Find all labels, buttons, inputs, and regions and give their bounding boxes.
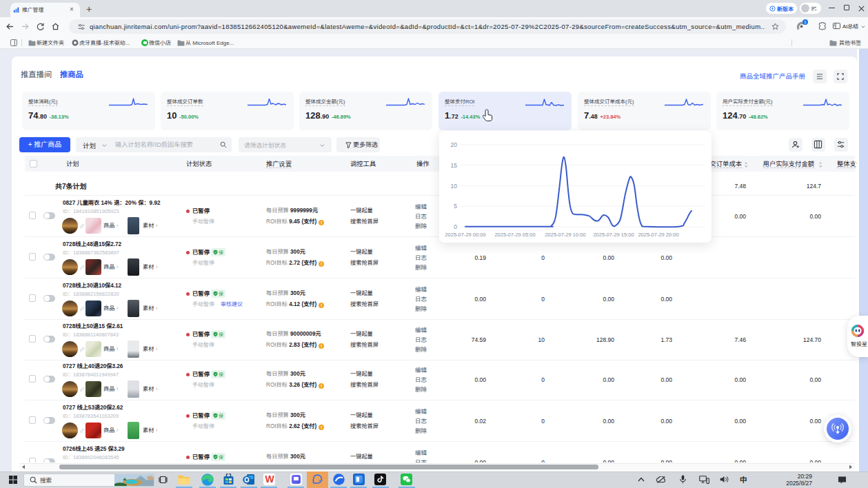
svg-text:2025-07-29 00:00: 2025-07-29 00:00: [445, 232, 485, 238]
svg-text:5: 5: [454, 203, 457, 210]
svg-text:20: 20: [451, 141, 458, 148]
svg-text:2025-07-29 05:00: 2025-07-29 05:00: [494, 232, 535, 238]
svg-text:2025-07-29 15:00: 2025-07-29 15:00: [593, 232, 634, 238]
svg-text:2025-07-29 20:00: 2025-07-29 20:00: [638, 232, 678, 238]
svg-text:2025-07-29 10:00: 2025-07-29 10:00: [545, 232, 585, 238]
svg-text:10: 10: [451, 183, 458, 190]
svg-text:0: 0: [454, 223, 457, 230]
svg-text:15: 15: [451, 162, 458, 169]
